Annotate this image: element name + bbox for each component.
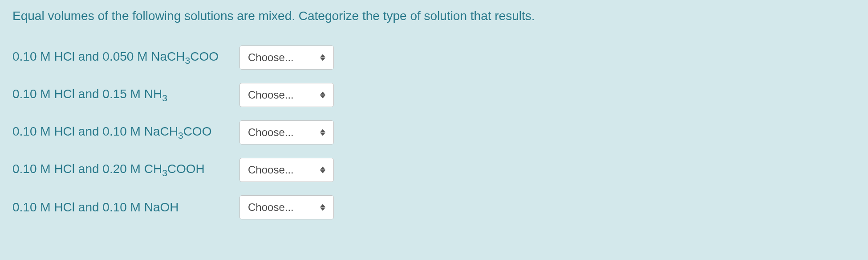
updown-icon [320,204,325,211]
option-row: 0.10 M HCl and 0.050 M NaCH3COO Choose..… [12,45,856,70]
select-dropdown[interactable]: Choose... [239,83,334,107]
select-dropdown[interactable]: Choose... [239,45,334,70]
svg-marker-4 [320,129,325,132]
updown-icon [320,91,325,99]
svg-marker-9 [320,207,325,210]
svg-marker-2 [320,91,325,95]
svg-marker-8 [320,204,325,207]
updown-icon [320,166,325,173]
option-label: 0.10 M HCl and 0.10 M NaOH [12,200,239,215]
option-label: 0.10 M HCl and 0.10 M NaCH3COO [12,124,239,141]
select-dropdown[interactable]: Choose... [239,158,334,182]
option-row: 0.10 M HCl and 0.10 M NaCH3COO Choose... [12,120,856,144]
select-placeholder: Choose... [248,164,294,176]
question-prompt: Equal volumes of the following solutions… [12,9,856,23]
svg-marker-0 [320,54,325,57]
select-dropdown[interactable]: Choose... [239,195,334,219]
select-dropdown[interactable]: Choose... [239,120,334,144]
option-label: 0.10 M HCl and 0.20 M CH3COOH [12,162,239,178]
updown-icon [320,54,325,61]
option-row: 0.10 M HCl and 0.20 M CH3COOH Choose... [12,158,856,182]
select-placeholder: Choose... [248,201,294,214]
svg-marker-7 [320,170,325,173]
svg-marker-6 [320,166,325,169]
option-label: 0.10 M HCl and 0.15 M NH3 [12,87,239,103]
svg-marker-1 [320,58,325,61]
select-placeholder: Choose... [248,51,294,64]
updown-icon [320,129,325,136]
select-placeholder: Choose... [248,126,294,139]
svg-marker-3 [320,95,325,98]
option-label: 0.10 M HCl and 0.050 M NaCH3COO [12,50,239,66]
select-placeholder: Choose... [248,89,294,101]
option-row: 0.10 M HCl and 0.15 M NH3 Choose... [12,83,856,107]
option-row: 0.10 M HCl and 0.10 M NaOH Choose... [12,195,856,219]
svg-marker-5 [320,132,325,136]
